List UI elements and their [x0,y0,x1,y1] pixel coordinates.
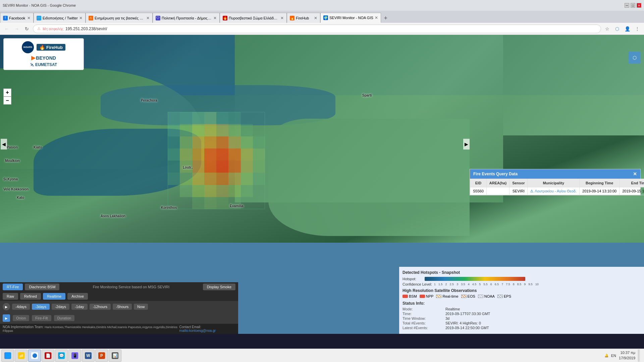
eos-label: EOS [468,294,475,298]
eps-label: EPS [504,294,511,298]
archive-button[interactable]: Archive [67,293,88,300]
tab-close-icon[interactable]: ✕ [280,16,284,20]
tab-tab-pyrosvestiko2[interactable]: 🔥 Πυροσβεστικό Σώμα Ελλάδας -... ✕ [220,13,287,23]
minus-12hours-button[interactable]: -12hours [90,304,111,310]
notification-icon[interactable]: 🔔 [604,354,608,357]
col-eid: EID [470,179,487,187]
play-button[interactable]: ▶ [3,303,10,310]
zoom-out-button[interactable]: − [3,97,11,105]
realtime-label: Real-time [442,294,458,298]
bsm-color [402,295,408,298]
eos-color [461,295,467,298]
tab-close-icon[interactable]: ✕ [213,16,217,20]
bottom-panel: RT-Fire Diachronic BSM Fire Monitoring S… [0,282,238,334]
acrobat-icon: 📄 [45,352,51,359]
rt-fire-button[interactable]: RT-Fire [3,284,23,290]
address-bar[interactable]: ⚠ Μη ασφαλής 195.251.203.238/seviri/ [33,24,601,33]
taskbar-ie[interactable]: 🌐 [1,350,14,362]
profile-icon[interactable]: 👤 [623,25,631,33]
title-bar-text: SEVIRI Monitor - NOA GIS - Google Chrome [3,3,76,7]
minus-4days-button[interactable]: -4days [12,304,30,310]
fire-filt-button[interactable]: Fire-Filt [32,315,51,321]
tab-close-icon[interactable]: ✕ [314,16,317,20]
duration-button[interactable]: Duration [54,315,75,321]
satellite-map [0,35,644,243]
display-smoke-button[interactable]: Display Smoke [203,284,235,290]
nav-bar: ← → ↻ ⚠ Μη ασφαλής 195.251.203.238/sevir… [0,23,644,35]
taskbar-chrome[interactable]: 🔵 [28,350,41,362]
tab-tab-firehub[interactable]: 🔥 FireHub ✕ [287,13,320,23]
back-button[interactable]: ← [3,25,11,33]
taskbar-explorer[interactable]: 📁 [15,350,28,362]
contact-email: mailto:kontoesg@noa.gr [179,329,216,333]
contact-info: Contact Email: mailto:kontoesg@noa.gr [179,325,235,333]
taskbar-viber[interactable]: 📱 [68,350,81,362]
explorer-icon: 📁 [18,352,24,359]
cell-area [486,187,509,195]
tab-tab-seviri[interactable]: 🌍 SEVIRI Monitor - NOA GIS ✕ [320,13,381,23]
cell-municipality[interactable]: Δ. Λουτρακίου - Αγίου Θεοδ. [528,187,580,195]
tab-favicon: f [3,16,8,20]
layer-toggle[interactable]: ⬡ [629,52,641,64]
powerpoint-icon: P [98,352,105,359]
fire-events-header: Fire Events Query Data ✕ [470,169,640,179]
tab-close-icon[interactable]: ✕ [79,16,83,20]
col-area: AREA(ha) [486,179,509,187]
now-button[interactable]: Now [134,304,148,310]
new-tab-button[interactable]: + [381,13,390,23]
menu-icon[interactable]: ⋮ [633,25,641,33]
tab-favicon: 🛡 [156,16,160,20]
credit-bar: NOA Implementation Team: Haris Kontoes,T… [0,324,238,334]
zoom-in-button[interactable]: + [3,88,11,97]
hr-bsm: BSM [402,294,417,298]
status-value: 2019-09-14 22:50:00 GMT [445,326,489,330]
map-scroll-left[interactable]: ◀ [1,139,7,149]
reload-button[interactable]: ↻ [23,25,31,33]
show-desktop-button[interactable] [638,350,640,362]
minus-3days-button[interactable]: -3days [32,304,50,310]
refined-button[interactable]: Refined [20,293,41,300]
taskbar-skype[interactable]: 💬 [55,350,68,362]
hr-npp: NPP [420,294,434,298]
language-indicator[interactable]: EN [611,354,616,358]
hr-legend: BSM NPP Real-time EOS NOAA EPS [402,294,641,298]
tab-tab-pyrosvestiko[interactable]: ⚠ Ενημέρωση για τις βασικές πυρ... ✕ [86,13,153,23]
minus-5hours-button[interactable]: -5hours [113,304,132,310]
tab-close-icon[interactable]: ✕ [27,16,31,20]
raw-button[interactable]: Raw [3,293,18,300]
taskbar-powerpoint[interactable]: P [95,350,108,362]
close-button[interactable]: ✕ [637,3,641,8]
tab-title: Facebook [9,16,26,20]
tab-title: Ειδοποιήσεις / Twitter [43,16,78,20]
realtime-button[interactable]: Realtime [43,293,65,300]
tab-tab-politiki[interactable]: 🛡 Πολιτική Προστασία - Δήμος Ζα... ✕ [153,13,220,23]
tab-close-icon[interactable]: ✕ [146,16,150,20]
onion-button[interactable]: Onion [13,315,29,321]
status-field-row: Total #Events: SEVIRI: 4 HighRes: 0 [402,321,641,325]
bookmark-icon[interactable]: ☆ [603,25,611,33]
restore-button[interactable]: □ [631,3,635,8]
extension-icon-1[interactable]: ⬡ [613,25,621,33]
minus-2days-button[interactable]: -2days [52,304,69,310]
tab-close-icon[interactable]: ✕ [375,15,378,20]
taskbar-app[interactable]: 📊 [109,350,121,362]
status-field-row: Time: 2019-09-17T07:33:30 GMT [402,312,641,316]
npp-color [420,295,425,298]
taskbar-acrobat[interactable]: 📄 [42,350,54,362]
forward-button[interactable]: → [13,25,21,33]
status-value: Realtime [445,307,460,311]
hr-eps: EPS [497,294,511,298]
fire-events-close-button[interactable]: ✕ [633,171,637,177]
minimize-button[interactable]: ─ [625,3,629,8]
minus-1day-button[interactable]: -1day [71,304,88,310]
tab-tab-twitter[interactable]: 🐦 Ειδοποιήσεις / Twitter ✕ [34,13,86,23]
taskbar-date-display: 17/9/2019 [619,356,635,361]
taskbar-word[interactable]: W [82,350,95,362]
tab-tab-facebook[interactable]: f Facebook ✕ [0,13,34,23]
diachronic-button[interactable]: Diachronic BSM [25,284,59,290]
taskbar-time-display: 10:37 πμ [619,350,635,355]
title-bar-controls: ─ □ ✕ [625,3,641,8]
table-row[interactable]: S5560 SEVIRI Δ. Λουτρακίου - Αγίου Θεοδ.… [470,187,644,195]
map-scroll-right[interactable]: ▶ [463,139,470,149]
map-container[interactable]: IASARS 🔥 FireHub ▶ BEYOND 🛰 EUMETSAT + −… [0,35,644,334]
